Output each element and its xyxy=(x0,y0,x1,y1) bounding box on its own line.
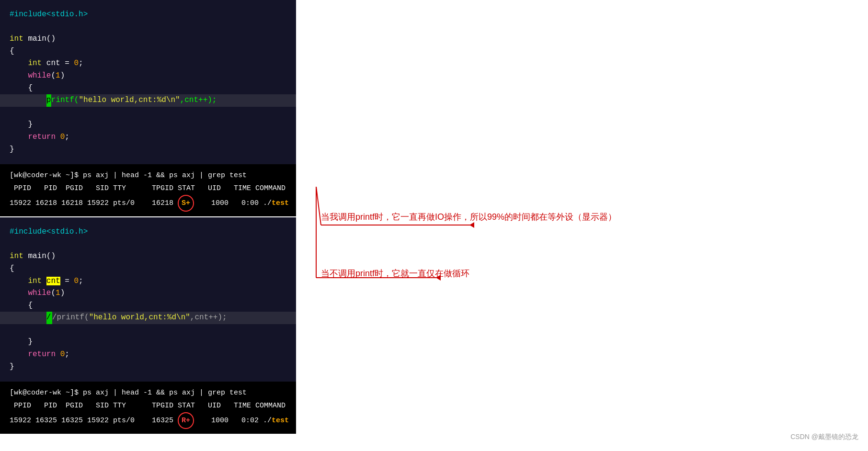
annotation-text-2: 当不调用printf时，它就一直仅在做循环 xyxy=(321,267,469,280)
terminal2-header: PPID PID PGID SID TTY TPGID STAT UID TIM… xyxy=(10,402,286,410)
svg-line-0 xyxy=(316,187,321,225)
arrow-svg xyxy=(307,0,862,451)
terminal-block-2: [wk@coder-wk ~]$ ps axj | head -1 && ps … xyxy=(0,382,296,434)
fn-keyword-1: int xyxy=(10,34,23,43)
terminal2-row: 15922 16325 16325 15922 pts/0 16325 R+ 1… xyxy=(10,417,289,425)
terminal1-header: PPID PID PGID SID TTY TPGID STAT UID TIM… xyxy=(10,184,286,192)
terminal2-cmd: [wk@coder-wk ~]$ ps axj | head -1 && ps … xyxy=(10,389,247,397)
watermark: CSDN @戴墨镜的恐龙 xyxy=(790,433,858,441)
include-line-1: #include<stdio.h> xyxy=(10,10,88,19)
annotation-text-1: 当我调用printf时，它一直再做IO操作，所以99%的时间都在等外设（显示器） xyxy=(321,211,617,224)
left-panel: #include<stdio.h> int main() { int cnt =… xyxy=(0,0,296,434)
include-line-2: #include<stdio.h> xyxy=(10,227,88,236)
annotations-panel: 当我调用printf时，它一直再做IO操作，所以99%的时间都在等外设（显示器）… xyxy=(307,0,862,451)
terminal1-row: 15922 16218 16218 15922 pts/0 16218 S+ 1… xyxy=(10,199,289,207)
code-block-2: #include<stdio.h> int main() { int cnt =… xyxy=(0,217,296,382)
terminal-block-1: [wk@coder-wk ~]$ ps axj | head -1 && ps … xyxy=(0,164,296,216)
code-block-1: #include<stdio.h> int main() { int cnt =… xyxy=(0,0,296,164)
terminal1-cmd: [wk@coder-wk ~]$ ps axj | head -1 && ps … xyxy=(10,171,247,180)
